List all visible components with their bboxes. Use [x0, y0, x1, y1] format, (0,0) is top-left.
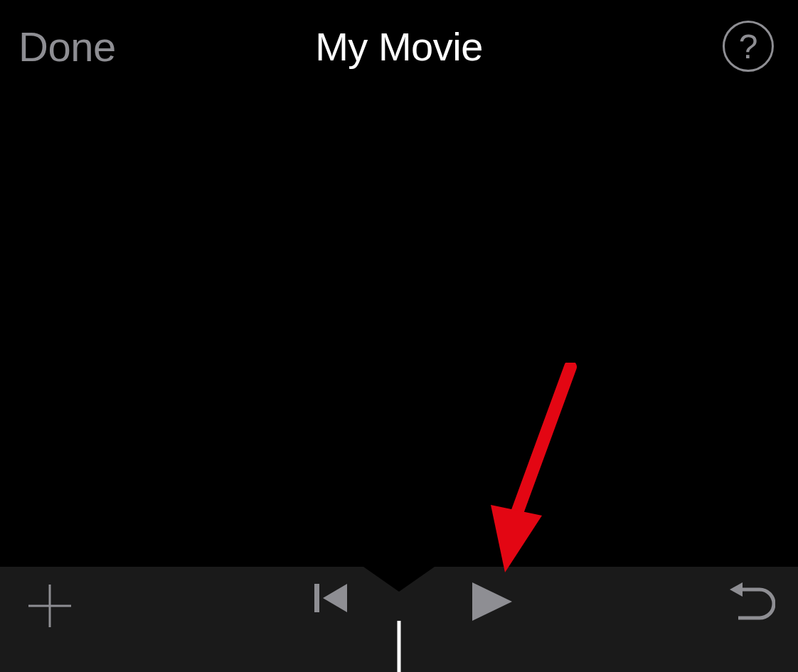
- playhead-notch: [363, 567, 435, 592]
- play-icon: [469, 581, 514, 622]
- svg-marker-3: [323, 584, 347, 612]
- play-button[interactable]: [469, 581, 514, 625]
- add-media-button[interactable]: [25, 581, 75, 634]
- done-button[interactable]: Done: [18, 23, 116, 70]
- playback-toolbar: [0, 567, 798, 672]
- skip-to-start-button[interactable]: [313, 581, 349, 618]
- plus-icon: [25, 581, 75, 631]
- undo-button[interactable]: [728, 581, 775, 624]
- header: Done My Movie ?: [0, 0, 798, 92]
- svg-marker-4: [472, 582, 512, 621]
- project-title: My Movie: [315, 23, 483, 70]
- video-preview-area: [0, 92, 798, 567]
- help-button[interactable]: ?: [723, 21, 774, 72]
- skip-to-start-icon: [313, 581, 349, 615]
- timeline-playhead[interactable]: [398, 621, 401, 672]
- svg-rect-2: [314, 584, 319, 612]
- undo-icon: [728, 581, 775, 621]
- question-mark-icon: ?: [739, 27, 758, 66]
- svg-marker-5: [730, 582, 743, 597]
